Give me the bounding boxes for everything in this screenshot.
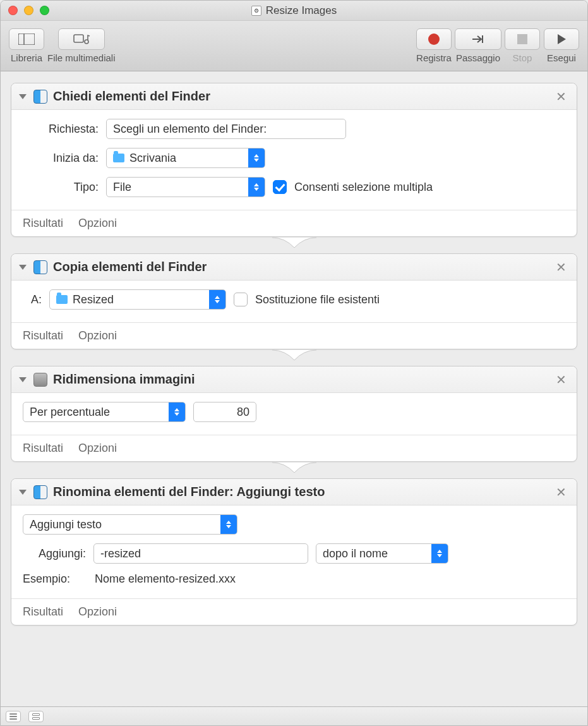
add-label: Aggiungi:	[23, 547, 86, 560]
example-label: Esempio:	[23, 572, 86, 586]
start-at-label: Inizia da:	[23, 152, 99, 165]
workflow-file-icon: ⚙	[251, 6, 261, 16]
resize-mode-popup[interactable]: Per percentuale	[23, 402, 186, 422]
chevron-updown-icon	[248, 178, 265, 197]
workflow-view-button[interactable]	[28, 711, 44, 722]
record-label: Registra	[416, 52, 452, 63]
statusbar	[1, 706, 587, 725]
minimize-window-button[interactable]	[24, 6, 33, 15]
action-resize-images[interactable]: Ridimensiona immagini ✕ Per percentuale …	[11, 366, 577, 462]
play-icon	[544, 28, 579, 50]
preview-icon	[33, 373, 47, 387]
close-icon[interactable]: ✕	[553, 89, 569, 104]
resize-amount-input[interactable]	[193, 402, 256, 422]
type-value: File	[113, 181, 131, 194]
results-tab[interactable]: Risultati	[23, 329, 63, 342]
action-title: Chiedi elementi del Finder	[53, 89, 548, 104]
to-label: A:	[23, 293, 42, 306]
rename-mode-popup[interactable]: Aggiungi testo	[23, 514, 237, 535]
media-label: File multimediali	[47, 52, 116, 63]
stop-button[interactable]: Stop	[504, 28, 541, 63]
options-tab[interactable]: Opzioni	[78, 605, 117, 619]
sidebar-icon	[9, 28, 44, 50]
action-header: Copia elementi del Finder ✕	[11, 254, 577, 281]
window-title: ⚙ Resize Images	[1, 4, 587, 17]
library-button[interactable]: Libreria	[8, 28, 45, 63]
example-value: Nome elemento-resized.xxx	[95, 572, 236, 586]
action-rename-finder-items[interactable]: Rinomina elementi del Finder: Aggiungi t…	[11, 478, 577, 626]
record-icon	[416, 28, 452, 50]
chevron-updown-icon	[169, 402, 185, 421]
zoom-window-button[interactable]	[40, 6, 49, 15]
destination-value: Resized	[73, 293, 114, 306]
rename-mode-value: Aggiungi testo	[30, 518, 102, 531]
titlebar: ⚙ Resize Images	[1, 1, 587, 21]
start-at-popup[interactable]: Scrivania	[106, 148, 265, 168]
workflow-canvas[interactable]: Chiedi elementi del Finder ✕ Richiesta: …	[1, 71, 587, 706]
close-icon[interactable]: ✕	[553, 260, 569, 275]
action-ask-finder-items[interactable]: Chiedi elementi del Finder ✕ Richiesta: …	[11, 83, 577, 237]
toolbar: Libreria File multimediali Registra Pass…	[1, 21, 587, 71]
replace-existing-label: Sostituzione file esistenti	[255, 293, 380, 306]
svg-rect-0	[18, 33, 35, 45]
close-icon[interactable]: ✕	[553, 372, 569, 387]
add-position-popup[interactable]: dopo il nome	[316, 543, 448, 564]
resize-mode-value: Per percentuale	[30, 406, 110, 419]
action-footer: Risultati Opzioni	[11, 598, 577, 625]
results-tab[interactable]: Risultati	[23, 217, 63, 230]
results-tab[interactable]: Risultati	[23, 442, 63, 455]
svg-rect-5	[517, 34, 527, 44]
record-button[interactable]: Registra	[416, 28, 452, 63]
results-tab[interactable]: Risultati	[23, 605, 63, 619]
type-label: Tipo:	[23, 181, 99, 194]
prompt-input[interactable]	[106, 119, 346, 139]
replace-existing-checkbox[interactable]	[234, 293, 248, 306]
step-button[interactable]: Passaggio	[455, 28, 501, 63]
run-button[interactable]: Esegui	[543, 28, 580, 63]
disclosure-triangle[interactable]	[19, 377, 27, 382]
folder-icon	[56, 295, 68, 304]
action-footer: Risultati Opzioni	[11, 322, 577, 349]
connector	[6, 349, 582, 366]
action-footer: Risultati Opzioni	[11, 210, 577, 236]
action-title: Rinomina elementi del Finder: Aggiungi t…	[53, 485, 548, 499]
action-header: Ridimensiona immagini ✕	[11, 366, 577, 393]
disclosure-triangle[interactable]	[19, 94, 27, 99]
add-text-input[interactable]	[93, 543, 308, 564]
action-header: Rinomina elementi del Finder: Aggiungi t…	[11, 479, 577, 505]
step-label: Passaggio	[456, 52, 500, 63]
destination-popup[interactable]: Resized	[49, 289, 226, 310]
svg-rect-2	[74, 35, 83, 42]
close-window-button[interactable]	[8, 6, 18, 15]
connector	[6, 462, 582, 478]
disclosure-triangle[interactable]	[19, 490, 27, 495]
action-title: Copia elementi del Finder	[53, 260, 548, 274]
window-controls	[1, 6, 49, 15]
window-title-text: Resize Images	[266, 4, 337, 17]
type-popup[interactable]: File	[106, 177, 265, 197]
action-footer: Risultati Opzioni	[11, 435, 577, 461]
step-icon	[455, 28, 501, 50]
finder-icon	[33, 485, 47, 499]
action-copy-finder-items[interactable]: Copia elementi del Finder ✕ A: Resized S…	[11, 253, 577, 349]
stack-icon	[32, 713, 40, 720]
disclosure-triangle[interactable]	[19, 265, 27, 270]
add-position-value: dopo il nome	[323, 547, 388, 560]
options-tab[interactable]: Opzioni	[78, 329, 117, 342]
stop-label: Stop	[513, 52, 532, 63]
allow-multiple-label: Consenti selezione multipla	[294, 181, 433, 194]
media-button[interactable]: File multimediali	[47, 28, 116, 63]
start-at-value: Scrivania	[129, 152, 176, 165]
automator-window: ⚙ Resize Images Libreria File multimedia…	[0, 0, 588, 726]
chevron-updown-icon	[248, 148, 265, 167]
allow-multiple-checkbox[interactable]	[273, 180, 287, 194]
close-icon[interactable]: ✕	[553, 485, 569, 500]
log-view-button[interactable]	[6, 711, 21, 722]
connector	[6, 237, 582, 253]
folder-icon	[113, 154, 124, 162]
options-tab[interactable]: Opzioni	[78, 442, 117, 455]
options-tab[interactable]: Opzioni	[78, 217, 117, 230]
chevron-updown-icon	[209, 290, 225, 309]
finder-icon	[33, 260, 47, 274]
media-icon	[58, 28, 105, 50]
